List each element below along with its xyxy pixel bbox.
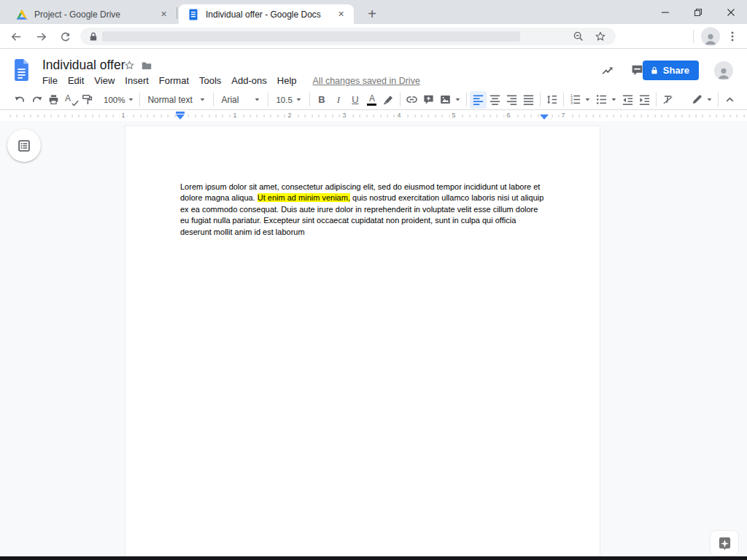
paragraph-style-value: Normal text xyxy=(147,95,192,105)
insert-link-button[interactable] xyxy=(403,91,420,109)
minimize-button[interactable] xyxy=(649,0,681,24)
toolbar-separator xyxy=(466,93,467,106)
bulleted-list-button[interactable] xyxy=(593,91,619,109)
underline-button[interactable]: U xyxy=(347,91,363,109)
menu-bar: File Edit View Insert Format Tools Add-o… xyxy=(37,74,420,88)
tab-google-drive[interactable]: Project - Google Drive × xyxy=(7,4,177,24)
menu-file[interactable]: File xyxy=(37,74,63,88)
highlight-color-button[interactable] xyxy=(380,91,397,109)
tab-close-button[interactable]: × xyxy=(158,8,170,20)
share-button[interactable]: Share xyxy=(643,61,699,80)
check-icon xyxy=(71,100,79,106)
browser-window: Project - Google Drive × Individual offe… xyxy=(0,0,747,560)
align-right-button[interactable] xyxy=(503,91,520,109)
reload-icon xyxy=(59,31,71,43)
browser-profile-avatar[interactable] xyxy=(701,27,720,46)
menu-help[interactable]: Help xyxy=(272,74,302,88)
tab-google-docs[interactable]: Individual offer - Google Docs × xyxy=(179,4,354,24)
explore-button[interactable] xyxy=(710,530,739,556)
insert-comment-button[interactable] xyxy=(420,91,437,109)
menu-addons[interactable]: Add-ons xyxy=(226,74,271,88)
font-size-select[interactable]: 10.5 xyxy=(271,91,306,109)
line-spacing-button[interactable] xyxy=(543,91,560,109)
insights-button[interactable] xyxy=(598,61,616,79)
chevron-down-icon xyxy=(199,96,206,103)
bold-icon: B xyxy=(318,94,325,105)
numbered-list-icon xyxy=(569,93,581,106)
insert-image-button[interactable] xyxy=(437,91,463,109)
align-justify-icon xyxy=(522,93,535,106)
chevron-down-icon xyxy=(254,96,260,103)
new-tab-button[interactable]: + xyxy=(361,4,383,24)
zoom-select[interactable]: 100% xyxy=(101,91,136,109)
hide-menus-button[interactable] xyxy=(721,91,738,109)
browser-toolbar xyxy=(0,24,747,49)
left-indent-marker[interactable] xyxy=(176,114,185,120)
editing-mode-button[interactable] xyxy=(689,91,715,109)
browser-menu-button[interactable] xyxy=(724,28,741,45)
ruler-label: 1 xyxy=(231,111,239,120)
menu-insert[interactable]: Insert xyxy=(120,74,154,88)
increase-indent-icon xyxy=(638,93,651,106)
image-icon xyxy=(439,93,452,106)
lock-icon xyxy=(650,66,659,75)
print-button[interactable] xyxy=(45,91,62,109)
star-document-icon[interactable] xyxy=(124,60,135,71)
restore-button[interactable] xyxy=(681,0,714,24)
document-page[interactable]: Lorem ipsum dolor sit amet, consectetur … xyxy=(125,125,600,560)
first-line-indent-marker[interactable] xyxy=(176,112,185,114)
ruler-label: 4 xyxy=(395,111,403,120)
paragraph[interactable]: Lorem ipsum dolor sit amet, consectetur … xyxy=(180,182,546,238)
address-bar[interactable] xyxy=(80,28,616,45)
docs-profile-avatar[interactable] xyxy=(714,61,733,80)
menu-edit[interactable]: Edit xyxy=(63,74,89,88)
bold-button[interactable]: B xyxy=(313,91,330,109)
chevron-down-icon xyxy=(454,96,461,103)
text-color-button[interactable]: A xyxy=(363,91,380,109)
move-to-folder-icon[interactable] xyxy=(141,60,152,71)
google-drive-icon xyxy=(16,9,28,20)
clear-formatting-button[interactable] xyxy=(659,91,676,109)
increase-indent-button[interactable] xyxy=(636,91,653,109)
font-size-value: 10.5 xyxy=(276,96,292,104)
toolbar-divider xyxy=(693,30,694,43)
align-left-button[interactable] xyxy=(470,91,487,109)
spellcheck-icon: A xyxy=(64,93,77,106)
save-status-link[interactable]: All changes saved in Drive xyxy=(313,76,420,86)
menu-format[interactable]: Format xyxy=(154,74,194,88)
paragraph-style-select[interactable]: Normal text xyxy=(143,91,210,109)
align-center-button[interactable] xyxy=(487,91,503,109)
menu-tools[interactable]: Tools xyxy=(194,74,226,88)
bulleted-list-icon xyxy=(595,93,608,106)
back-button[interactable] xyxy=(7,28,25,45)
explore-icon xyxy=(717,536,732,551)
decrease-indent-button[interactable] xyxy=(619,91,636,109)
font-family-select[interactable]: Arial xyxy=(217,91,265,109)
docs-toolbar: A 100% Normal text Arial 10.5 B I U A xyxy=(0,90,747,110)
right-indent-marker[interactable] xyxy=(540,114,549,120)
forward-button[interactable] xyxy=(32,28,50,45)
lock-icon[interactable] xyxy=(88,31,98,42)
tab-close-button[interactable]: × xyxy=(335,8,347,20)
link-icon xyxy=(406,93,418,106)
reload-button[interactable] xyxy=(56,28,74,45)
show-outline-button[interactable] xyxy=(7,129,41,162)
close-window-button[interactable] xyxy=(714,0,747,24)
redo-button[interactable] xyxy=(28,91,45,109)
toolbar-separator xyxy=(563,93,564,106)
bookmark-star-icon[interactable] xyxy=(595,31,606,42)
undo-button[interactable] xyxy=(12,91,28,109)
page-zoom-icon[interactable] xyxy=(573,31,584,42)
justify-button[interactable] xyxy=(520,91,537,109)
spellcheck-button[interactable]: A xyxy=(62,91,79,109)
document-title[interactable]: Individual offer xyxy=(42,58,125,73)
toolbar-separator xyxy=(656,93,657,106)
clear-formatting-icon xyxy=(662,93,674,106)
toolbar-separator xyxy=(540,93,541,106)
zoom-value: 100% xyxy=(104,96,125,104)
paint-format-button[interactable] xyxy=(79,91,96,109)
italic-button[interactable]: I xyxy=(330,91,347,109)
menu-view[interactable]: View xyxy=(89,74,120,88)
numbered-list-button[interactable] xyxy=(567,91,593,109)
docs-home-icon[interactable] xyxy=(13,59,30,81)
